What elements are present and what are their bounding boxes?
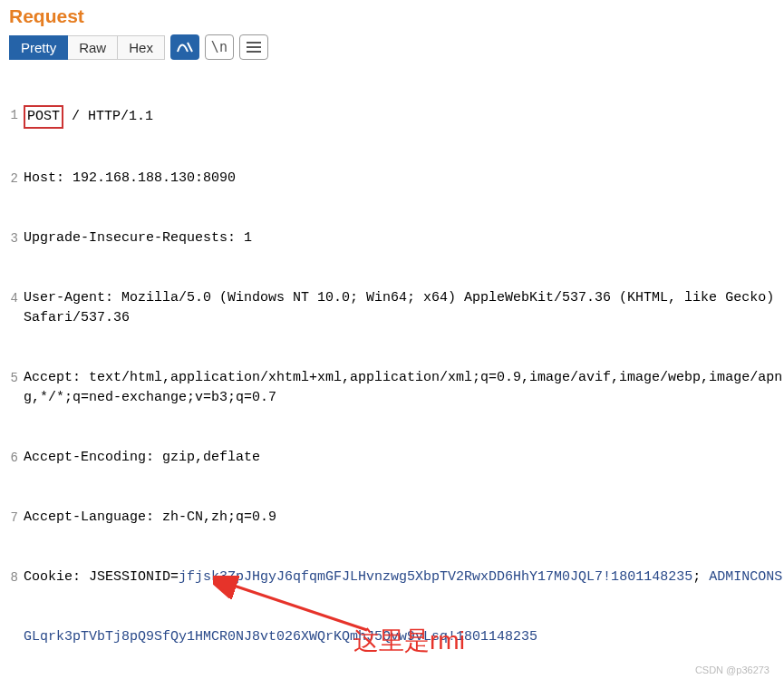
line-number: 4 bbox=[0, 288, 24, 308]
toolbar: Pretty Raw Hex \n bbox=[0, 31, 784, 63]
line-number: 7 bbox=[0, 508, 24, 528]
code-view[interactable]: 1POST / HTTP/1.1 2Host: 192.168.188.130:… bbox=[0, 63, 784, 679]
render-icon[interactable] bbox=[170, 34, 199, 60]
svg-line-1 bbox=[231, 585, 367, 630]
line-number: 2 bbox=[0, 169, 24, 189]
annotation-text: 这里是rmi bbox=[353, 624, 465, 658]
annotation-arrow bbox=[213, 576, 376, 639]
line-number: 1 bbox=[0, 105, 24, 125]
http-method: POST bbox=[27, 109, 60, 124]
line-number: 8 bbox=[0, 567, 24, 587]
panel-title: Request bbox=[9, 5, 84, 26]
line-number: 5 bbox=[0, 368, 24, 388]
newline-icon[interactable]: \n bbox=[205, 34, 234, 60]
tab-hex[interactable]: Hex bbox=[118, 35, 165, 60]
hamburger-icon[interactable] bbox=[239, 34, 268, 60]
line-number: 3 bbox=[0, 228, 24, 248]
tab-pretty[interactable]: Pretty bbox=[9, 35, 68, 60]
line-number: 6 bbox=[0, 448, 24, 468]
panel-header: Request bbox=[0, 0, 784, 31]
tab-raw[interactable]: Raw bbox=[68, 35, 118, 60]
watermark: CSDN @p36273 bbox=[695, 664, 769, 675]
